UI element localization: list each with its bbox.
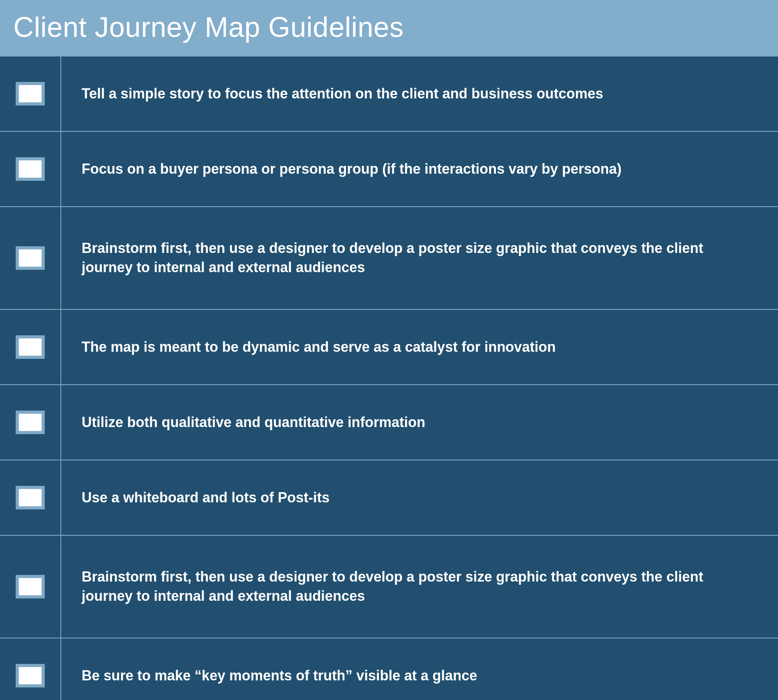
checklist-row: The map is meant to be dynamic and serve… — [0, 309, 778, 384]
checklist-rows: Tell a simple story to focus the attenti… — [0, 56, 778, 700]
item-text: Brainstorm first, then use a designer to… — [82, 567, 756, 605]
checkbox-cell — [0, 132, 61, 206]
checkbox-cell — [0, 207, 61, 309]
item-text-cell: Be sure to make “key moments of truth” v… — [61, 638, 778, 700]
checkbox-cell — [0, 56, 61, 131]
checkbox-icon[interactable] — [16, 335, 45, 359]
item-text: The map is meant to be dynamic and serve… — [82, 338, 556, 357]
item-text: Use a whiteboard and lots of Post-its — [82, 488, 330, 507]
checklist-row: Use a whiteboard and lots of Post-its — [0, 460, 778, 535]
checklist-row: Focus on a buyer persona or persona grou… — [0, 131, 778, 206]
item-text-cell: Utilize both qualitative and quantitativ… — [61, 385, 778, 460]
item-text-cell: Tell a simple story to focus the attenti… — [61, 56, 778, 131]
checkbox-cell — [0, 460, 61, 535]
item-text-cell: Brainstorm first, then use a designer to… — [61, 207, 778, 309]
item-text: Focus on a buyer persona or persona grou… — [82, 160, 621, 179]
checkbox-icon[interactable] — [16, 664, 45, 687]
guidelines-container: Client Journey Map Guidelines Tell a sim… — [0, 0, 778, 700]
item-text: Be sure to make “key moments of truth” v… — [82, 666, 477, 685]
checklist-row: Brainstorm first, then use a designer to… — [0, 206, 778, 309]
item-text: Brainstorm first, then use a designer to… — [82, 239, 756, 277]
checkbox-icon[interactable] — [16, 246, 45, 270]
checklist-row: Tell a simple story to focus the attenti… — [0, 56, 778, 131]
checkbox-icon[interactable] — [16, 411, 45, 434]
item-text: Utilize both qualitative and quantitativ… — [82, 413, 425, 432]
checklist-row: Utilize both qualitative and quantitativ… — [0, 384, 778, 460]
item-text: Tell a simple story to focus the attenti… — [82, 84, 603, 104]
checkbox-cell — [0, 385, 61, 460]
item-text-cell: The map is meant to be dynamic and serve… — [61, 310, 778, 384]
item-text-cell: Focus on a buyer persona or persona grou… — [61, 132, 778, 206]
checkbox-cell — [0, 536, 61, 638]
page-title: Client Journey Map Guidelines — [0, 0, 778, 56]
checkbox-icon[interactable] — [16, 82, 45, 105]
checkbox-cell — [0, 310, 61, 384]
checkbox-icon[interactable] — [16, 486, 45, 509]
item-text-cell: Brainstorm first, then use a designer to… — [61, 536, 778, 638]
checklist-row: Brainstorm first, then use a designer to… — [0, 535, 778, 638]
checklist-row: Be sure to make “key moments of truth” v… — [0, 638, 778, 700]
checkbox-icon[interactable] — [16, 575, 45, 598]
item-text-cell: Use a whiteboard and lots of Post-its — [61, 460, 778, 535]
checkbox-icon[interactable] — [16, 157, 45, 181]
checkbox-cell — [0, 638, 61, 700]
